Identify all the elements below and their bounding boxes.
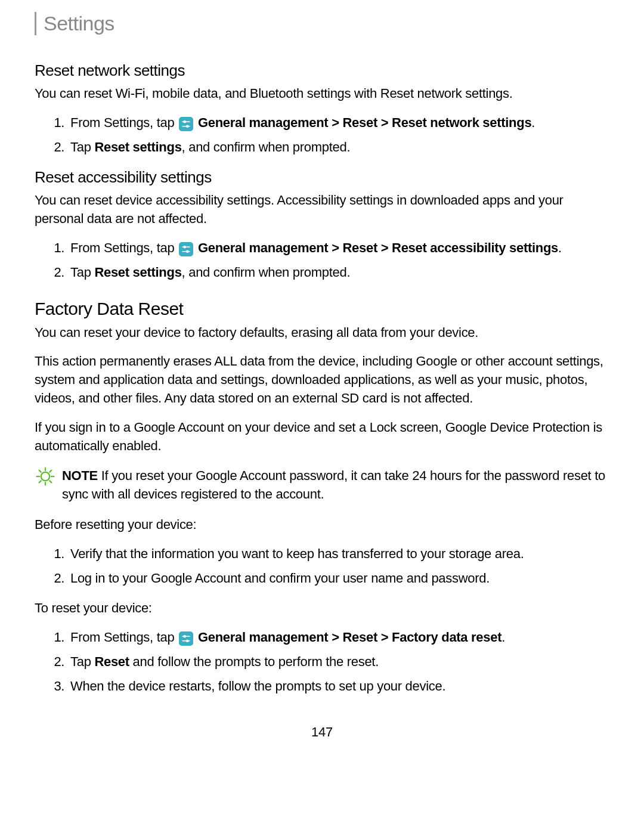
para-factory-3: If you sign in to a Google Account on yo… — [35, 419, 609, 456]
para-factory-1: You can reset your device to factory def… — [35, 324, 609, 342]
svg-point-5 — [184, 246, 185, 248]
section-reset-accessibility: Reset accessibility settings You can res… — [35, 168, 609, 281]
note-block: NOTE If you reset your Google Account pa… — [35, 467, 609, 504]
step-item: From Settings, tap General management > … — [68, 239, 609, 258]
step-item: Verify that the information you want to … — [68, 545, 609, 563]
settings-sliders-icon — [179, 242, 193, 256]
svg-point-1 — [184, 121, 185, 123]
section-factory-reset: Factory Data Reset You can reset your de… — [35, 299, 609, 696]
note-label: NOTE — [62, 468, 98, 483]
intro-reset-accessibility: You can reset device accessibility setti… — [35, 191, 609, 228]
heading-factory-reset: Factory Data Reset — [35, 299, 609, 319]
para-factory-2: This action permanently erases ALL data … — [35, 352, 609, 407]
svg-line-15 — [39, 481, 41, 483]
step-item: Tap Reset settings, and confirm when pro… — [68, 138, 609, 157]
step-item: From Settings, tap General management > … — [68, 114, 609, 132]
steps-before-reset: Verify that the information you want to … — [35, 545, 609, 588]
step-item: Tap Reset and follow the prompts to perf… — [68, 653, 609, 671]
svg-line-16 — [49, 470, 51, 472]
lightbulb-icon — [35, 466, 56, 490]
step-item: From Settings, tap General management > … — [68, 628, 609, 647]
steps-reset-network: From Settings, tap General management > … — [35, 114, 609, 157]
to-reset-label: To reset your device: — [35, 599, 609, 618]
svg-point-7 — [187, 250, 188, 252]
heading-reset-network: Reset network settings — [35, 61, 609, 80]
settings-sliders-icon — [179, 117, 193, 131]
section-reset-network: Reset network settings You can reset Wi-… — [35, 61, 609, 156]
steps-to-reset: From Settings, tap General management > … — [35, 628, 609, 695]
svg-point-20 — [187, 640, 188, 642]
document-page: Settings Reset network settings You can … — [0, 0, 644, 764]
intro-reset-network: You can reset Wi-Fi, mobile data, and Bl… — [35, 85, 609, 103]
svg-line-14 — [49, 481, 51, 483]
svg-point-18 — [184, 636, 185, 637]
step-item: Log in to your Google Account and confir… — [68, 569, 609, 588]
steps-reset-accessibility: From Settings, tap General management > … — [35, 239, 609, 282]
svg-point-3 — [187, 125, 188, 127]
page-number: 147 — [35, 724, 609, 740]
step-item: When the device restarts, follow the pro… — [68, 677, 609, 696]
note-text: NOTE If you reset your Google Account pa… — [62, 467, 609, 504]
settings-sliders-icon — [179, 631, 193, 646]
page-header: Settings — [35, 12, 609, 35]
step-item: Tap Reset settings, and confirm when pro… — [68, 264, 609, 282]
svg-point-8 — [41, 472, 49, 481]
before-resetting-label: Before resetting your device: — [35, 516, 609, 534]
heading-reset-accessibility: Reset accessibility settings — [35, 168, 609, 187]
svg-line-13 — [39, 470, 41, 472]
page-title: Settings — [44, 12, 114, 35]
